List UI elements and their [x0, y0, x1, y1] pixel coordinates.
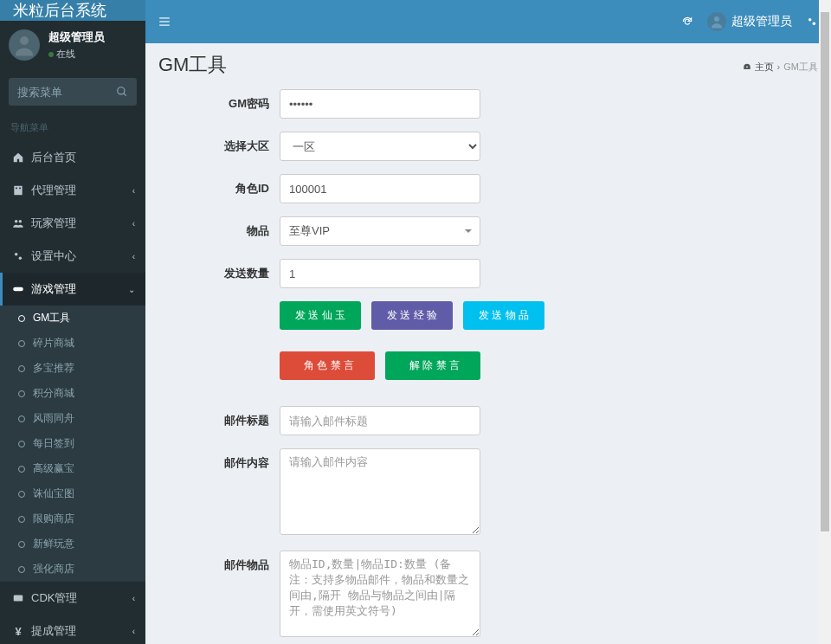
- send-jade-button[interactable]: 发 送 仙 玉: [280, 301, 361, 330]
- card-icon: [10, 592, 26, 604]
- svg-rect-3: [14, 186, 22, 196]
- sidebar-item-game[interactable]: 游戏管理 ⌄: [0, 273, 145, 306]
- send-exp-button[interactable]: 发 送 经 验: [371, 301, 453, 330]
- mail-title-input[interactable]: [280, 406, 480, 435]
- sub-item-fresh[interactable]: 新鲜玩意: [0, 531, 145, 557]
- sub-item-points[interactable]: 积分商城: [0, 381, 145, 406]
- sidebar-search: [0, 69, 145, 114]
- sub-item-limited[interactable]: 限购商店: [0, 506, 145, 531]
- sidebar-toggle-button[interactable]: [158, 16, 171, 28]
- search-input[interactable]: [9, 86, 107, 99]
- topbar: 超级管理员: [145, 0, 831, 43]
- sidebar-item-label: 玩家管理: [31, 216, 76, 231]
- chevron-left-icon: ‹: [132, 219, 135, 229]
- breadcrumb-separator: ›: [777, 61, 781, 72]
- item-label: 物品: [158, 216, 280, 246]
- sidebar-item-label: 设置中心: [31, 248, 76, 264]
- sidebar-item-commission[interactable]: ¥ 提成管理 ‹: [0, 615, 145, 644]
- sidebar-item-label: 后台首页: [31, 150, 76, 165]
- svg-point-27: [746, 67, 748, 68]
- mute-button[interactable]: 角 色 禁 言: [280, 351, 375, 380]
- circle-icon: [16, 566, 28, 573]
- mail-title-label: 邮件标题: [158, 406, 280, 435]
- sidebar-item-cdk[interactable]: CDK管理 ‹: [0, 582, 145, 615]
- circle-icon: [16, 315, 28, 322]
- gm-pw-input[interactable]: [280, 89, 480, 119]
- sub-nav-game: GM工具 碎片商城 多宝推荐 积分商城 风雨同舟 每日签到 高级赢宝 诛仙宝图 …: [0, 306, 145, 582]
- sub-item-shard[interactable]: 碎片商城: [0, 331, 145, 356]
- circle-icon: [16, 516, 28, 523]
- svg-point-25: [808, 18, 812, 22]
- settings-button[interactable]: [806, 16, 818, 28]
- breadcrumb-current: GM工具: [783, 61, 818, 74]
- sub-item-gm[interactable]: GM工具: [0, 306, 145, 331]
- svg-point-7: [19, 220, 22, 222]
- sub-item-fengyu[interactable]: 风雨同舟: [0, 406, 145, 431]
- sidebar-item-settings[interactable]: 设置中心 ‹: [0, 240, 145, 273]
- item-select[interactable]: [280, 216, 480, 246]
- content-body: GM密码 选择大区 一区 角色ID 物品: [145, 85, 831, 644]
- sub-item-daily[interactable]: 每日签到: [0, 431, 145, 456]
- svg-point-9: [19, 257, 22, 261]
- sidebar-item-label: CDK管理: [31, 590, 77, 606]
- svg-rect-4: [16, 188, 17, 190]
- cogs-icon: [10, 250, 26, 262]
- qty-input[interactable]: [280, 259, 480, 288]
- circle-icon: [16, 491, 28, 498]
- send-item-button[interactable]: 发 送 物 品: [463, 301, 544, 330]
- circle-icon: [16, 340, 28, 347]
- sub-item-gaoji[interactable]: 高级赢宝: [0, 456, 145, 481]
- sub-item-zhuxian[interactable]: 诛仙宝图: [0, 481, 145, 506]
- users-icon: [10, 217, 26, 229]
- svg-point-6: [15, 220, 18, 222]
- breadcrumb: 主页 › GM工具: [743, 61, 818, 74]
- scrollbar-thumb[interactable]: [821, 12, 829, 531]
- sidebar: 米粒后台系统 超级管理员 在线 导航菜单 后台首页 代理管: [0, 0, 145, 644]
- content-header: GM工具 主页 › GM工具: [145, 43, 831, 85]
- yen-icon: ¥: [10, 625, 26, 638]
- unmute-button[interactable]: 解 除 禁 言: [385, 351, 480, 380]
- main-area: 超级管理员 GM工具 主页 › GM工具 GM密码: [145, 0, 831, 644]
- sidebar-item-home[interactable]: 后台首页: [0, 141, 145, 174]
- svg-rect-11: [14, 596, 23, 602]
- search-icon[interactable]: [107, 86, 137, 98]
- user-name: 超级管理员: [48, 29, 105, 45]
- circle-icon: [16, 415, 28, 422]
- refresh-button[interactable]: [681, 16, 693, 28]
- qty-label: 发送数量: [158, 259, 280, 288]
- avatar: [9, 29, 40, 61]
- sub-item-duobao[interactable]: 多宝推荐: [0, 356, 145, 381]
- chevron-left-icon: ‹: [132, 594, 135, 603]
- chevron-left-icon: ‹: [132, 186, 135, 196]
- circle-icon: [16, 441, 28, 448]
- sidebar-item-agent[interactable]: 代理管理 ‹: [0, 174, 145, 207]
- sidebar-item-label: 提成管理: [31, 623, 76, 639]
- svg-line-2: [124, 93, 126, 96]
- gm-pw-label: GM密码: [158, 89, 280, 119]
- mail-item-input[interactable]: [280, 551, 480, 637]
- sidebar-item-player[interactable]: 玩家管理 ‹: [0, 207, 145, 240]
- nav-header: 导航菜单: [0, 114, 145, 141]
- dashboard-icon: [743, 62, 751, 71]
- svg-point-0: [20, 36, 29, 45]
- svg-point-24: [714, 16, 719, 22]
- sub-item-enhance[interactable]: 强化商店: [0, 557, 145, 582]
- zone-label: 选择大区: [158, 132, 280, 161]
- brand-logo[interactable]: 米粒后台系统: [0, 0, 145, 21]
- svg-rect-22: [159, 21, 170, 22]
- circle-icon: [16, 541, 28, 548]
- zone-select[interactable]: 一区: [280, 132, 480, 161]
- role-id-input[interactable]: [280, 174, 480, 203]
- window-scrollbar[interactable]: [819, 0, 831, 644]
- top-user[interactable]: 超级管理员: [707, 12, 792, 31]
- mail-content-input[interactable]: [280, 448, 480, 535]
- breadcrumb-home[interactable]: 主页: [755, 61, 774, 74]
- mail-content-label: 邮件内容: [158, 448, 280, 538]
- svg-rect-10: [13, 287, 23, 292]
- gamepad-icon: [10, 283, 26, 295]
- sidebar-item-label: 代理管理: [31, 183, 76, 198]
- svg-rect-5: [19, 188, 21, 190]
- svg-rect-23: [159, 25, 170, 26]
- svg-point-1: [118, 87, 125, 94]
- home-icon: [10, 151, 26, 164]
